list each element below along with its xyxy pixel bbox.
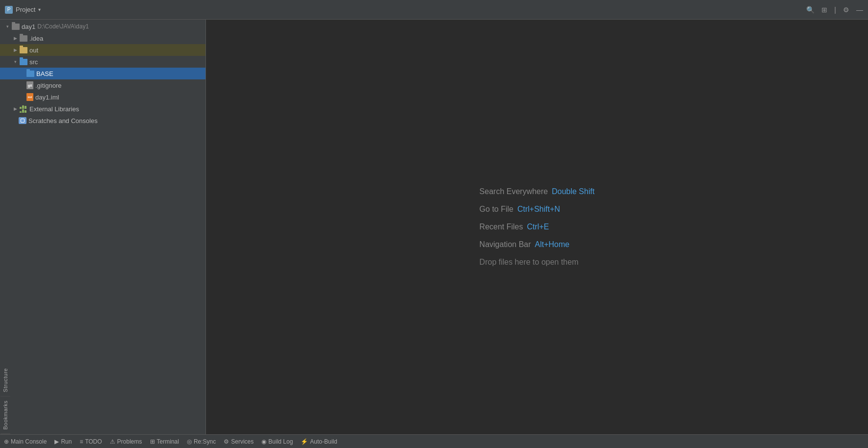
layout-icon[interactable]: ⊞	[821, 6, 827, 14]
label-idea: .idea	[29, 35, 43, 42]
problems-icon: ⚠	[110, 438, 115, 445]
search-icon[interactable]: 🔍	[806, 6, 815, 14]
run-label: Run	[61, 438, 72, 445]
hint-shortcut-navbar: Alt+Home	[535, 240, 570, 249]
project-tree: ▾ day1 D:\Code\JAVA\day1 ▶ .idea ▶ out ▾	[0, 20, 205, 434]
label-day1iml: day1.iml	[35, 94, 59, 101]
label-out: out	[29, 47, 38, 54]
bar2	[22, 105, 24, 109]
title-bar-left: P Project ▾	[5, 6, 41, 14]
bar4	[20, 111, 22, 113]
autobuild-label: Auto-Build	[310, 438, 337, 445]
title-bar: P Project ▾ 🔍 ⊞ | ⚙ —	[0, 0, 868, 20]
buildlog-icon: ◉	[261, 438, 266, 445]
services-icon: ⚙	[224, 438, 229, 445]
console-icon: ⊕	[4, 438, 9, 445]
title-bar-title: Project	[16, 6, 35, 13]
extlib-icon	[20, 105, 27, 112]
resync-label: Re:Sync	[194, 438, 216, 445]
hint-label-search: Search Everywhere	[480, 187, 548, 196]
gitignore-icon: git	[26, 81, 33, 89]
tree-item-day1iml[interactable]: iml day1.iml	[0, 91, 205, 103]
bar3	[25, 106, 26, 109]
folder-icon-idea	[20, 35, 27, 42]
resync-icon: ◎	[187, 438, 192, 445]
tree-item-day1[interactable]: ▾ day1 D:\Code\JAVA\day1	[0, 21, 205, 32]
project-dropdown[interactable]: ▾	[38, 7, 41, 12]
status-item-resync[interactable]: ◎ Re:Sync	[187, 438, 216, 445]
scratches-icon-inner	[21, 119, 25, 123]
label-extlibs: External Libraries	[29, 105, 79, 113]
hint-row-recent: Recent Files Ctrl+E	[480, 223, 595, 231]
bar5	[22, 109, 24, 113]
label-src: src	[29, 58, 38, 66]
main-layout: Structure Bookmarks ▾ day1 D:\Code\JAVA\…	[0, 20, 868, 434]
bar1	[20, 107, 22, 109]
status-item-run[interactable]: ▶ Run	[54, 438, 72, 445]
arrow-out: ▶	[12, 47, 19, 53]
arrow-src: ▾	[12, 58, 19, 65]
scratches-icon	[19, 117, 26, 124]
iml-icon: iml	[26, 93, 33, 101]
folder-icon-day1	[12, 24, 20, 30]
path-day1: D:\Code\JAVA\day1	[37, 23, 89, 30]
problems-label: Problems	[117, 438, 142, 445]
tree-item-scratches[interactable]: Scratches and Consoles	[0, 115, 205, 126]
tree-item-src[interactable]: ▾ src	[0, 56, 205, 68]
status-item-terminal[interactable]: ⊞ Terminal	[150, 438, 179, 445]
status-bar: ⊕ Main Console ▶ Run ≡ TODO ⚠ Problems ⊞…	[0, 434, 868, 448]
bookmarks-tab[interactable]: Bookmarks	[0, 397, 10, 434]
arrow-extlibs: ▶	[12, 105, 19, 112]
terminal-icon: ⊞	[150, 438, 155, 445]
autobuild-icon: ⚡	[301, 438, 308, 445]
divider-icon: |	[834, 6, 836, 14]
sidebar: ▾ day1 D:\Code\JAVA\day1 ▶ .idea ▶ out ▾	[0, 20, 206, 434]
status-item-todo[interactable]: ≡ TODO	[79, 438, 102, 445]
hint-row-navbar: Navigation Bar Alt+Home	[480, 240, 595, 249]
run-icon: ▶	[54, 438, 59, 445]
hint-plain-drop: Drop files here to open them	[480, 258, 579, 267]
settings-icon[interactable]: ⚙	[843, 6, 849, 14]
status-item-autobuild[interactable]: ⚡ Auto-Build	[301, 438, 337, 445]
folder-icon-src	[20, 59, 27, 65]
arrow-idea: ▶	[12, 35, 19, 42]
hint-row-search: Search Everywhere Double Shift	[480, 187, 595, 196]
hint-shortcut-search: Double Shift	[552, 187, 594, 196]
minimize-icon[interactable]: —	[856, 6, 863, 14]
hint-row-gotofile: Go to File Ctrl+Shift+N	[480, 205, 595, 214]
tree-item-BASE[interactable]: BASE	[0, 68, 205, 79]
folder-icon-out	[20, 47, 27, 53]
status-item-services[interactable]: ⚙ Services	[224, 438, 254, 445]
todo-icon: ≡	[79, 438, 83, 445]
buildlog-label: Build Log	[268, 438, 293, 445]
hint-shortcut-gotofile: Ctrl+Shift+N	[517, 205, 560, 214]
services-label: Services	[231, 438, 254, 445]
tree-item-out[interactable]: ▶ out	[0, 44, 205, 56]
terminal-label: Terminal	[157, 438, 179, 445]
hint-label-gotofile: Go to File	[480, 205, 513, 214]
console-label: Main Console	[11, 438, 47, 445]
status-item-console[interactable]: ⊕ Main Console	[4, 438, 47, 445]
right-panel: Search Everywhere Double Shift Go to Fil…	[206, 20, 868, 434]
label-day1: day1	[22, 23, 35, 30]
label-BASE: BASE	[36, 70, 53, 77]
label-gitignore: .gitignore	[35, 82, 61, 89]
bar6	[25, 110, 26, 113]
hint-label-recent: Recent Files	[480, 223, 523, 231]
status-item-buildlog[interactable]: ◉ Build Log	[261, 438, 293, 445]
todo-label: TODO	[85, 438, 102, 445]
label-scratches: Scratches and Consoles	[28, 117, 98, 124]
hint-box: Search Everywhere Double Shift Go to Fil…	[480, 187, 595, 267]
hint-row-drop: Drop files here to open them	[480, 258, 595, 267]
tree-item-idea[interactable]: ▶ .idea	[0, 32, 205, 44]
status-item-problems[interactable]: ⚠ Problems	[110, 438, 142, 445]
folder-icon-base	[26, 71, 34, 77]
hint-shortcut-recent: Ctrl+E	[527, 223, 549, 231]
left-edge-tabs: Structure Bookmarks	[0, 20, 11, 434]
tree-item-gitignore[interactable]: git .gitignore	[0, 79, 205, 91]
title-bar-icons: 🔍 ⊞ | ⚙ —	[806, 6, 863, 14]
tree-item-extlibs[interactable]: ▶ External Libraries	[0, 103, 205, 115]
hint-label-navbar: Navigation Bar	[480, 240, 531, 249]
project-icon: P	[5, 6, 13, 14]
structure-tab[interactable]: Structure	[0, 364, 10, 397]
